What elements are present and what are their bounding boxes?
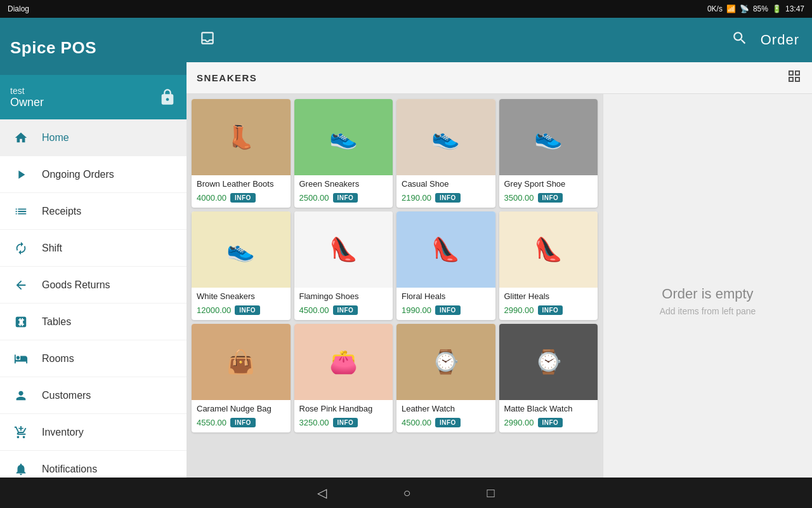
customers-icon (13, 387, 29, 404)
info-badge-2[interactable]: INFO (333, 193, 358, 203)
product-name-2: Green Sneakers (299, 179, 388, 190)
product-grid-container: 👢Brown Leather Boots4000.00INFO👟Green Sn… (187, 94, 603, 508)
back-button[interactable]: ◁ (317, 485, 327, 500)
info-badge-1[interactable]: INFO (230, 193, 256, 203)
product-card-5[interactable]: 👟White Sneakers12000.00INFO (192, 211, 291, 320)
product-info-3: Casual Shoe2190.00INFO (396, 175, 495, 208)
product-card-11[interactable]: ⌚Leather Watch4500.00INFO (396, 324, 495, 432)
product-price-1: 4000.00 (197, 193, 226, 203)
info-badge-9[interactable]: INFO (230, 418, 256, 427)
order-empty-title: Order is empty (662, 286, 753, 302)
product-name-7: Floral Heals (402, 291, 490, 302)
product-image-3: 👟 (396, 99, 495, 175)
product-card-4[interactable]: 👟Grey Sport Shoe3500.00INFO (499, 99, 598, 208)
sidebar-nav: Home Ongoing Orders Receipts (0, 119, 187, 508)
product-image-12: ⌚ (499, 324, 598, 400)
lock-icon[interactable] (159, 88, 176, 106)
product-card-12[interactable]: ⌚Matte Black Watch2990.00INFO (499, 324, 598, 432)
info-badge-10[interactable]: INFO (333, 418, 358, 427)
sidebar-item-shift[interactable]: Shift (0, 230, 187, 267)
sidebar-item-label-home: Home (42, 132, 69, 144)
product-image-8: 👠 (499, 211, 598, 288)
product-image-2: 👟 (294, 99, 393, 175)
battery-level: 85% (753, 4, 768, 13)
sidebar-item-rooms[interactable]: Rooms (0, 340, 187, 377)
product-info-2: Green Sneakers2500.00INFO (294, 175, 393, 208)
product-card-9[interactable]: 👜Caramel Nudge Bag4550.00INFO (192, 324, 291, 432)
clock: 13:47 (785, 4, 804, 13)
product-info-7: Floral Heals1990.00INFO (396, 288, 495, 320)
product-image-1: 👢 (192, 99, 291, 175)
status-bar: Dialog 0K/s 📶 📡 85% 🔋 13:47 (0, 0, 812, 18)
search-icon[interactable] (731, 30, 748, 50)
product-info-8: Glitter Heals2990.00INFO (499, 288, 598, 320)
product-info-1: Brown Leather Boots4000.00INFO (192, 175, 291, 208)
sidebar-item-inventory[interactable]: Inventory (0, 414, 187, 451)
receipts-icon (13, 203, 29, 220)
app-container: Spice POS test Owner Home (0, 18, 812, 508)
product-price-2: 2500.00 (299, 193, 329, 203)
product-info-5: White Sneakers12000.00INFO (192, 288, 291, 320)
inventory-icon (13, 424, 29, 441)
sidebar-item-label-customers: Customers (42, 390, 91, 401)
inbox-icon[interactable] (199, 30, 216, 50)
app-label: Dialog (8, 4, 29, 13)
product-name-5: White Sneakers (197, 291, 285, 302)
sidebar-item-goods-returns[interactable]: Goods Returns (0, 267, 187, 304)
product-card-10[interactable]: 👛Rose Pink Handbag3250.00INFO (294, 324, 393, 432)
tables-icon (13, 314, 29, 330)
wifi-icon: 📡 (740, 4, 749, 13)
product-card-1[interactable]: 👢Brown Leather Boots4000.00INFO (192, 99, 291, 208)
home-button[interactable]: ○ (403, 486, 410, 500)
username: test (10, 86, 44, 96)
sidebar: Spice POS test Owner Home (0, 18, 187, 508)
grid-view-icon[interactable] (787, 69, 802, 88)
sidebar-user[interactable]: test Owner (0, 75, 187, 119)
main-content: Order SNEAKERS 👢Brown Leather Boots4000.… (187, 18, 812, 508)
recents-button[interactable]: □ (487, 486, 495, 500)
category-label: SNEAKERS (197, 72, 257, 83)
sidebar-item-label-tables: Tables (42, 316, 71, 328)
product-price-5: 12000.00 (197, 305, 231, 315)
product-image-5: 👟 (192, 211, 291, 288)
product-card-7[interactable]: 👠Floral Heals1990.00INFO (396, 211, 495, 320)
info-badge-12[interactable]: INFO (538, 418, 563, 427)
sidebar-item-home[interactable]: Home (0, 119, 187, 156)
sidebar-header: Spice POS (0, 18, 187, 75)
product-price-3: 2190.00 (402, 193, 431, 203)
product-info-12: Matte Black Watch2990.00INFO (499, 400, 598, 432)
info-badge-3[interactable]: INFO (435, 193, 461, 203)
product-name-1: Brown Leather Boots (197, 179, 285, 190)
product-card-6[interactable]: 👠Flamingo Shoes4500.00INFO (294, 211, 393, 320)
sidebar-item-label-ongoing-orders: Ongoing Orders (42, 169, 114, 180)
ongoing-orders-icon (13, 166, 29, 183)
sidebar-item-label-rooms: Rooms (42, 353, 74, 364)
sidebar-item-customers[interactable]: Customers (0, 377, 187, 414)
sidebar-item-label-inventory: Inventory (42, 427, 84, 438)
notifications-icon (13, 461, 29, 478)
product-image-6: 👠 (294, 211, 393, 288)
sidebar-item-label-shift: Shift (42, 243, 62, 254)
info-badge-11[interactable]: INFO (435, 418, 461, 427)
info-badge-8[interactable]: INFO (538, 305, 563, 315)
info-badge-6[interactable]: INFO (333, 305, 358, 315)
product-card-3[interactable]: 👟Casual Shoe2190.00INFO (396, 99, 495, 208)
product-image-11: ⌚ (396, 324, 495, 400)
goods-returns-icon (13, 277, 29, 293)
product-info-11: Leather Watch4500.00INFO (396, 400, 495, 432)
info-badge-5[interactable]: INFO (235, 305, 260, 315)
content-area: 👢Brown Leather Boots4000.00INFO👟Green Sn… (187, 94, 812, 508)
product-image-4: 👟 (499, 99, 598, 175)
sidebar-item-tables[interactable]: Tables (0, 304, 187, 340)
sidebar-item-ongoing-orders[interactable]: Ongoing Orders (0, 156, 187, 193)
product-price-8: 2990.00 (504, 305, 534, 315)
product-price-12: 2990.00 (504, 418, 534, 427)
category-bar: SNEAKERS (187, 62, 812, 94)
info-badge-4[interactable]: INFO (538, 193, 563, 203)
info-badge-7[interactable]: INFO (435, 305, 461, 315)
product-price-6: 4500.00 (299, 305, 329, 315)
sidebar-item-receipts[interactable]: Receipts (0, 193, 187, 230)
product-card-8[interactable]: 👠Glitter Heals2990.00INFO (499, 211, 598, 320)
product-card-2[interactable]: 👟Green Sneakers2500.00INFO (294, 99, 393, 208)
shift-icon (13, 240, 29, 257)
